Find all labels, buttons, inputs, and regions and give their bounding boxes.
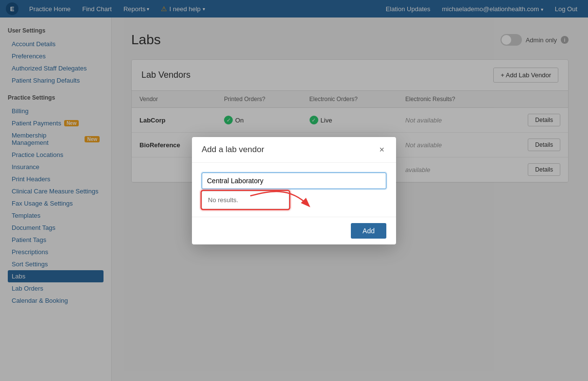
lab-vendor-search-input[interactable] — [202, 173, 386, 189]
main-content: Labs Admin only i Lab Vendors + Add Lab … — [112, 17, 588, 381]
modal-footer: Add — [192, 217, 396, 244]
modal-close-button[interactable]: × — [377, 145, 386, 154]
modal-body: No results. — [192, 163, 396, 217]
modal-add-button[interactable]: Add — [351, 223, 386, 239]
modal-overlay[interactable]: Add a lab vendor × No results. — [0, 0, 588, 381]
add-lab-vendor-modal: Add a lab vendor × No results. — [192, 137, 396, 244]
modal-header: Add a lab vendor × — [192, 137, 396, 163]
no-results-dropdown: No results. — [202, 191, 289, 209]
modal-title: Add a lab vendor — [202, 145, 264, 155]
layout: User Settings Account Details Preference… — [0, 17, 588, 381]
